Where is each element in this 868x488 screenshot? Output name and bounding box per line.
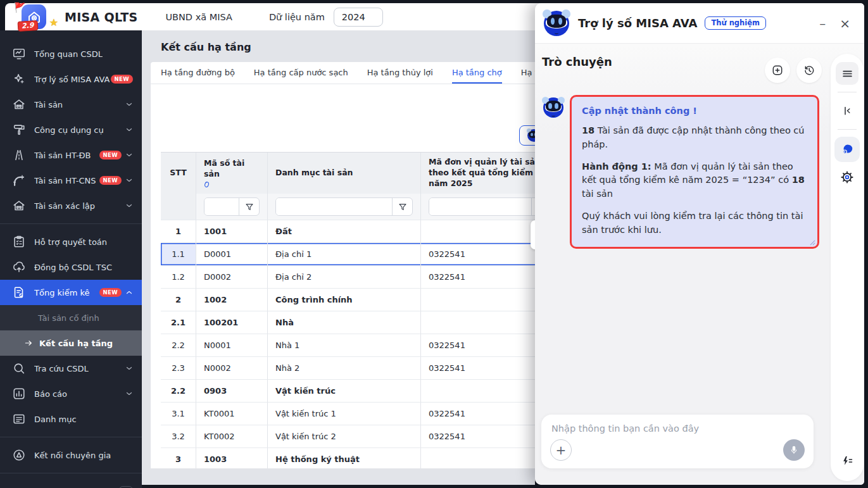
table-cell[interactable]: 1002 [196, 289, 268, 311]
table-cell[interactable]: 2.1 [161, 311, 196, 334]
resize-corner-icon[interactable] [810, 240, 815, 246]
table-cell[interactable]: 0903 [196, 380, 268, 403]
column-header[interactable]: STT [161, 153, 196, 194]
table-cell[interactable]: Vật kiến trúc 2 [268, 425, 421, 448]
column-header[interactable]: Mã đơn vị quản lý tài sản theo kết quả t… [421, 153, 535, 194]
table-cell[interactable]: 1.2 [161, 266, 196, 289]
tab-1[interactable]: Hạ tầng cấp nước sạch [254, 62, 348, 84]
sidebar-item-0[interactable]: Tổng quan CSDL [0, 41, 142, 66]
chat-input-card[interactable]: Nhập thông tin bạn cần vào đây + [541, 415, 814, 468]
quick-actions-bolt-icon[interactable] [836, 449, 859, 472]
table-cell[interactable]: N0001 [196, 334, 268, 357]
filter-input[interactable] [276, 198, 392, 215]
table-cell[interactable]: N0002 [196, 357, 268, 380]
table-cell[interactable]: 3.1 [161, 403, 196, 425]
table-cell[interactable]: KT0001 [196, 403, 268, 425]
table-cell[interactable]: Nhà 1 [268, 334, 421, 357]
filter-input[interactable] [429, 198, 531, 215]
column-header[interactable]: Danh mục tài sản [268, 153, 421, 194]
table-cell[interactable] [421, 380, 535, 403]
table-cell[interactable]: 0322541 [421, 425, 535, 448]
close-button[interactable]: × [840, 17, 850, 30]
table-cell[interactable]: Vật kiến trúc 1 [268, 403, 421, 425]
chat-input[interactable]: Nhập thông tin bạn cần vào đây [551, 423, 803, 434]
table-cell[interactable]: 0322541 [421, 403, 535, 425]
sidebar-item-10[interactable]: Tổng kiểm kêNEW [0, 280, 142, 305]
sidebar-item-17[interactable]: Kết nối chuyên gia [0, 442, 142, 468]
table-cell[interactable]: 1001 [196, 220, 268, 243]
table-cell[interactable]: 1.1 [161, 243, 196, 266]
attach-plus-button[interactable]: + [550, 439, 572, 461]
table-row[interactable]: 31003Hệ thống ký thuật [161, 448, 535, 468]
table-cell[interactable]: 1003 [196, 448, 268, 468]
chat-bubble-icon[interactable] [834, 137, 860, 162]
table-cell[interactable]: Công trình chính [268, 289, 421, 311]
filter-funnel-icon[interactable] [392, 198, 412, 215]
table-cell[interactable]: 3 [161, 448, 196, 468]
table-cell[interactable]: Hệ thống ký thuật [268, 448, 421, 468]
table-cell[interactable]: Địa chỉ 1 [268, 243, 421, 266]
filter-cell[interactable] [268, 194, 421, 220]
sidebar-item-1[interactable]: Trợ lý số MISA AVANEW [0, 66, 142, 92]
filter-cell[interactable] [196, 194, 268, 220]
table-cell[interactable]: 2 [161, 289, 196, 311]
ava-input-button[interactable]: N [519, 125, 535, 146]
table-cell[interactable]: 2.2 [161, 380, 196, 403]
table-cell[interactable]: 0322541 [421, 243, 535, 266]
sidebar-item-4[interactable]: Tài sản HT-ĐBNEW [0, 142, 142, 168]
table-cell[interactable]: 0322541 [421, 334, 535, 357]
table-row[interactable]: 3.1KT0001Vật kiến trúc 10322541 [161, 403, 535, 425]
tab-0[interactable]: Hạ tầng đường bộ [161, 62, 235, 84]
table-cell[interactable] [421, 289, 535, 311]
data-year-input[interactable] [334, 8, 383, 27]
tab-2[interactable]: Hạ tầng thủy lợi [367, 62, 433, 84]
filter-cell[interactable] [421, 194, 535, 220]
table-cell[interactable] [421, 220, 535, 243]
sidebar-item-13[interactable]: Tra cứu CSDL [0, 356, 142, 381]
table-cell[interactable]: 2.3 [161, 357, 196, 380]
sidebar-item-6[interactable]: Tài sản xác lập [0, 193, 142, 218]
tab-3[interactable]: Hạ tầng chợ [452, 62, 502, 84]
table-row[interactable]: 1.2D0002Địa chỉ 20322541 [161, 266, 535, 289]
table-row[interactable]: 1.1D0001Địa chỉ 10322541 [161, 243, 535, 266]
sidebar-item-8[interactable]: Hỗ trợ quyết toán [0, 229, 142, 254]
filter-funnel-icon[interactable] [239, 198, 259, 215]
sidebar-subitem-11[interactable]: Tài sản cố định [0, 305, 142, 330]
menu-hamburger-icon[interactable] [836, 62, 859, 85]
filter-input-box[interactable] [275, 197, 413, 216]
sidebar-item-2[interactable]: Tài sản [0, 92, 142, 117]
table-row[interactable]: 2.20903Vật kiến trúc [161, 380, 535, 403]
filter-input-box[interactable] [429, 197, 535, 216]
filter-input[interactable] [204, 198, 239, 215]
sidebar-item-9[interactable]: Đồng bộ CSDL TSC [0, 254, 142, 280]
tab-4[interactable]: Hạ t [521, 62, 535, 84]
table-cell[interactable]: D0001 [196, 243, 268, 266]
table-cell[interactable]: Nhà [268, 311, 421, 334]
table-row[interactable]: 2.3N0002Nhà 20322541 [161, 357, 535, 380]
sidebar-item-14[interactable]: Báo cáo [0, 381, 142, 406]
table-cell[interactable]: 1 [161, 220, 196, 243]
table-row[interactable]: 3.2KT0002Vật kiến trúc 20322541 [161, 425, 535, 448]
collapse-panel-icon[interactable] [836, 99, 859, 122]
column-header[interactable]: Mã số tài sản [196, 153, 268, 194]
sidebar-item-5[interactable]: Tài sản HT-CNSNEW [0, 168, 142, 193]
sidebar-item-15[interactable]: Danh mục [0, 406, 142, 432]
table-cell[interactable]: 0322541 [421, 357, 535, 380]
table-cell[interactable]: Nhà 2 [268, 357, 421, 380]
table-cell[interactable]: Vật kiến trúc [268, 380, 421, 403]
org-name[interactable]: UBND xã MISA [165, 12, 232, 22]
chat-history-button[interactable] [796, 58, 822, 83]
sidebar-item-3[interactable]: Công cụ dụng cụ [0, 117, 142, 142]
table-cell[interactable]: 3.2 [161, 425, 196, 448]
table-cell[interactable]: D0002 [196, 266, 268, 289]
table-row[interactable]: 2.1100201Nhà [161, 311, 535, 334]
table-row[interactable]: 21002Công trình chính [161, 289, 535, 311]
table-cell[interactable] [421, 448, 535, 468]
table-cell[interactable] [421, 311, 535, 334]
microphone-button[interactable] [783, 439, 805, 461]
minimize-button[interactable]: – [819, 17, 826, 30]
table-cell[interactable]: Đất [268, 220, 421, 243]
table-row[interactable]: 2.2N0001Nhà 10322541 [161, 334, 535, 357]
table-cell[interactable]: KT0002 [196, 425, 268, 448]
table-cell[interactable]: 100201 [196, 311, 268, 334]
